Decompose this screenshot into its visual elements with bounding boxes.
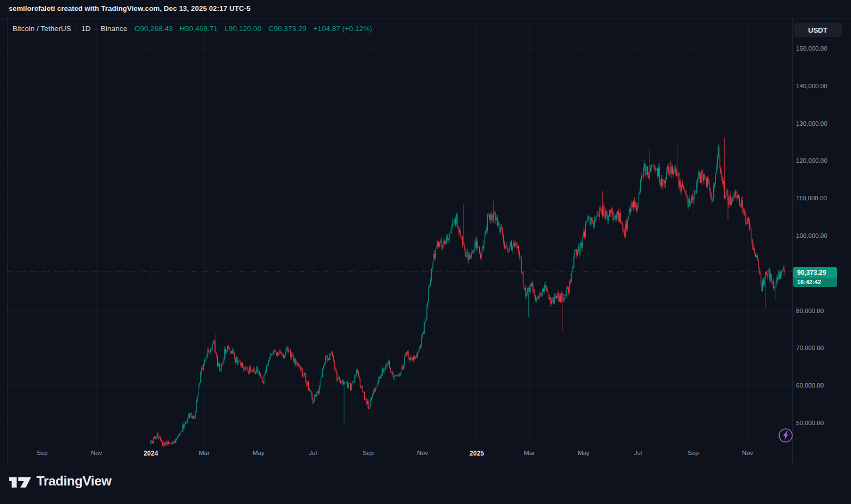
candle-body <box>715 174 715 183</box>
candle-body <box>347 382 348 388</box>
candle-body <box>569 281 570 293</box>
candle-body <box>674 170 674 174</box>
candle-body <box>230 349 230 353</box>
candle-body <box>378 377 379 383</box>
candle-body <box>173 441 173 443</box>
candle-body <box>413 357 414 360</box>
candle-body <box>284 356 285 357</box>
candle-body <box>752 238 752 243</box>
current-price-value: 90,373.29 <box>793 267 837 278</box>
candle-body <box>399 375 400 376</box>
exchange-label[interactable]: Binance <box>101 24 127 33</box>
candle-body <box>455 220 456 224</box>
candle-body <box>401 370 401 373</box>
candle-body <box>454 220 455 222</box>
candle-body <box>605 211 606 218</box>
candle-body <box>433 259 433 266</box>
candle-body <box>248 372 249 373</box>
candle-body <box>488 214 488 215</box>
low-value: 90,120.00 <box>229 24 261 33</box>
candle-body <box>375 388 376 391</box>
candle-body <box>271 353 271 355</box>
candle-body <box>742 200 743 208</box>
candle-body <box>193 416 194 418</box>
candle-body <box>329 354 330 360</box>
candle-body <box>196 402 197 412</box>
candle-body <box>353 381 354 382</box>
candle-body <box>566 289 567 296</box>
candle-body <box>695 193 696 193</box>
candle-body <box>185 423 186 425</box>
candle-body <box>460 230 460 232</box>
candle-body <box>309 389 310 391</box>
candle-body <box>295 359 295 365</box>
candle-body <box>699 173 700 175</box>
candle-body <box>731 201 732 205</box>
candle-body <box>775 286 775 287</box>
candle-body <box>197 397 197 402</box>
symbol-legend[interactable]: Bitcoin / TetherUS·1D·Binance O90,268.43… <box>13 24 372 33</box>
symbol-name[interactable]: Bitcoin / TetherUS <box>13 24 71 33</box>
candle-body <box>395 376 395 380</box>
candle-body <box>493 213 494 221</box>
candle-body <box>733 196 733 199</box>
candle-body <box>440 241 440 242</box>
candle-body <box>305 376 306 382</box>
candle-body <box>380 376 381 378</box>
candle-body <box>549 296 549 299</box>
candle-body <box>229 347 229 349</box>
candle-body <box>358 371 358 376</box>
candle-body <box>379 377 380 378</box>
time-axis-month-label: Sep <box>26 450 58 456</box>
candle-body <box>403 366 404 368</box>
candle-body <box>277 353 278 355</box>
candle-body <box>751 229 751 238</box>
candle-body <box>280 352 281 353</box>
candle-body <box>354 376 355 381</box>
high-label: H <box>180 24 185 33</box>
candle-body <box>596 216 596 218</box>
candles-layer <box>150 138 785 447</box>
candle-body <box>235 359 236 362</box>
candle-body <box>683 187 684 189</box>
candle-body <box>534 290 535 296</box>
interval-label[interactable]: 1D <box>81 24 90 33</box>
candlestick-chart[interactable] <box>0 0 851 504</box>
lightning-button[interactable] <box>778 428 793 443</box>
candle-body <box>506 245 506 247</box>
currency-button[interactable]: USDT <box>794 23 842 37</box>
current-price-badge[interactable]: 90,373.29 16:42:42 <box>793 267 837 287</box>
time-axis-month-label: Mar <box>188 450 221 456</box>
candle-body <box>756 255 757 257</box>
candle-body <box>639 194 639 206</box>
candle-body <box>554 294 554 304</box>
candle-body <box>494 213 495 214</box>
candle-body <box>546 287 547 289</box>
candle-body <box>348 383 349 388</box>
candle-body <box>502 228 503 235</box>
tradingview-logo[interactable]: TradingView <box>9 474 112 489</box>
candle-body <box>701 170 701 183</box>
candle-body <box>616 216 617 219</box>
candle-body <box>464 245 464 250</box>
candle-body <box>377 383 378 385</box>
price-axis-label: 120,000.00 <box>796 157 828 164</box>
candle-body <box>512 247 512 250</box>
candle-body <box>608 214 608 220</box>
candle-body <box>290 350 291 357</box>
candle-body <box>376 387 376 388</box>
candle-body <box>199 383 200 385</box>
candle-body <box>326 356 327 357</box>
candle-body <box>547 289 547 292</box>
candle-body <box>687 195 687 198</box>
candle-body <box>700 175 701 183</box>
candle-body <box>633 201 634 207</box>
candle-body <box>292 355 292 355</box>
candle-body <box>206 358 206 360</box>
candle-body <box>472 253 473 253</box>
candle-body <box>202 368 203 370</box>
candle-body <box>206 356 207 359</box>
candle-body <box>744 210 745 215</box>
candle-body <box>517 246 518 248</box>
candle-body <box>728 201 729 205</box>
